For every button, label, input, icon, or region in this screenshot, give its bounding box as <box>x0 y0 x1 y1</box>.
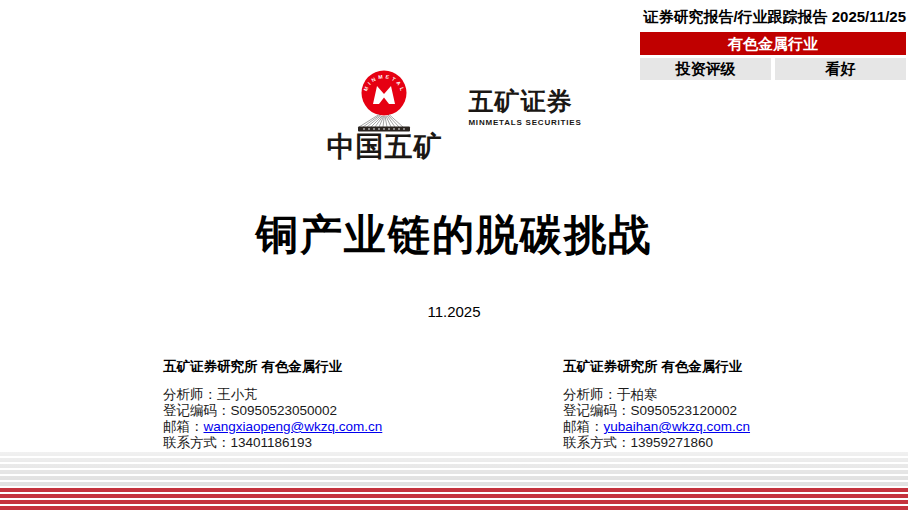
analyst-name: 分析师：王小芃 <box>163 387 563 403</box>
brand-name-en: MINMETALS SECURITIES <box>468 118 581 127</box>
footer-stripes-gray <box>0 450 908 488</box>
analyst-block-right: 五矿证券研究所 有色金属行业 分析师：于柏寒 登记编码：S09505231200… <box>563 358 908 451</box>
report-type-and-date: 证券研究报告/行业跟踪报告 2025/11/25 <box>640 8 906 27</box>
page-title: 铜产业链的脱碳挑战 <box>0 207 908 263</box>
brand-cluster: MINMETALS <box>0 70 908 161</box>
analysts-section: 五矿证券研究所 有色金属行业 分析师：王小芃 登记编码：S09505230500… <box>163 358 908 451</box>
logo-text-cn: 中国五矿 <box>326 133 442 161</box>
minmetals-logo-column: MINMETALS <box>326 70 442 161</box>
analyst-contact: 联系方式：13959271860 <box>563 435 908 451</box>
analyst-block-left: 五矿证券研究所 有色金属行业 分析师：王小芃 登记编码：S09505230500… <box>163 358 563 451</box>
analyst-reg-code: 登记编码：S0950523050002 <box>163 403 563 419</box>
footer-stripes <box>0 450 908 510</box>
report-cover-page: 证券研究报告/行业跟踪报告 2025/11/25 有色金属行业 投资评级 看好 … <box>0 0 908 510</box>
email-label: 邮箱： <box>563 419 604 434</box>
analyst-email-link[interactable]: wangxiaopeng@wkzq.com.cn <box>204 419 383 434</box>
analyst-name: 分析师：于柏寒 <box>563 387 908 403</box>
analyst-org: 五矿证券研究所 有色金属行业 <box>163 358 563 376</box>
minmetals-logo-icon: MINMETALS <box>353 70 415 132</box>
analyst-org: 五矿证券研究所 有色金属行业 <box>563 358 908 376</box>
analyst-email-link[interactable]: yubaihan@wkzq.com.cn <box>604 419 751 434</box>
analyst-reg-code: 登记编码：S0950523120002 <box>563 403 908 419</box>
analyst-contact: 联系方式：13401186193 <box>163 435 563 451</box>
industry-banner: 有色金属行业 <box>640 32 906 55</box>
footer-stripes-red <box>0 488 908 510</box>
analyst-email-line: 邮箱：yubaihan@wkzq.com.cn <box>563 419 908 435</box>
email-label: 邮箱： <box>163 419 204 434</box>
brand-name-cn: 五矿证券 <box>468 88 572 116</box>
report-date: 11.2025 <box>0 303 908 320</box>
brand-names: 五矿证券 MINMETALS SECURITIES <box>468 88 581 127</box>
analyst-email-line: 邮箱：wangxiaopeng@wkzq.com.cn <box>163 419 563 435</box>
logo-rays <box>359 115 403 128</box>
